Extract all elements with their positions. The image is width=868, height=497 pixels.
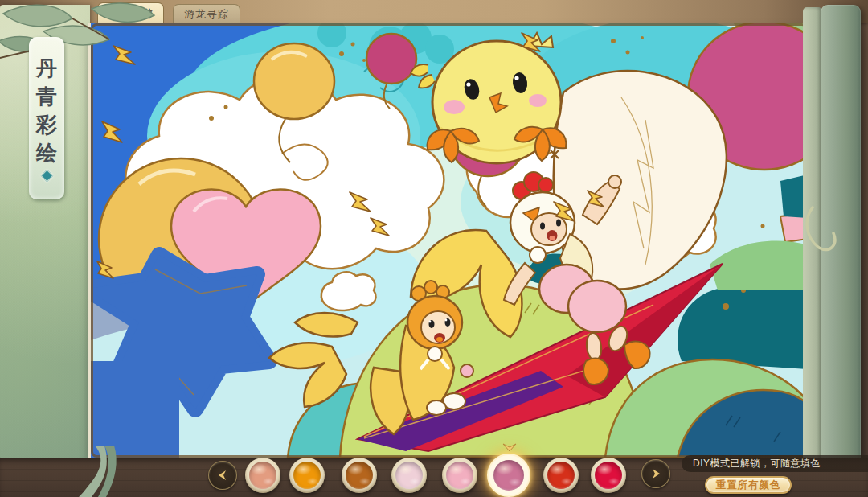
- painting-illustration[interactable]: [91, 23, 808, 458]
- palette-prev-button[interactable]: [208, 461, 237, 490]
- scroll-title-banner: 丹 青 彩 绘: [29, 37, 64, 199]
- diamond-ornament-icon: [40, 170, 53, 183]
- coloring-screen: 长夏欢游 游龙寻踪: [0, 0, 868, 497]
- title-char: 彩: [36, 113, 57, 137]
- ribbon-decoration: [71, 446, 130, 497]
- title-char: 丹: [36, 56, 57, 80]
- palette-swatch-selected[interactable]: [489, 455, 529, 495]
- title-char: 青: [36, 84, 57, 109]
- palette-swatch[interactable]: [543, 458, 579, 493]
- leaf-decoration: [0, 0, 164, 70]
- chevron-left-icon: [215, 467, 231, 483]
- palette-swatch[interactable]: [391, 458, 427, 493]
- palette-swatch[interactable]: [245, 458, 280, 493]
- palette-swatch[interactable]: [442, 458, 477, 493]
- palette-swatch[interactable]: [289, 458, 325, 493]
- palette-next-button[interactable]: [641, 459, 670, 488]
- title-char: 绘: [36, 141, 57, 165]
- tab-youlong-xunzong[interactable]: 游龙寻踪: [173, 4, 240, 23]
- selection-marker-icon: [502, 442, 518, 454]
- reset-colors-button[interactable]: 重置所有颜色: [705, 476, 792, 494]
- palette-swatch[interactable]: [342, 458, 377, 493]
- scroll-cord: [801, 203, 840, 256]
- painting-canvas[interactable]: [88, 23, 808, 458]
- palette-swatch[interactable]: [591, 458, 626, 493]
- diy-hint-text: DIY模式已解锁，可随意填色: [682, 455, 868, 472]
- chevron-right-icon: [648, 466, 664, 482]
